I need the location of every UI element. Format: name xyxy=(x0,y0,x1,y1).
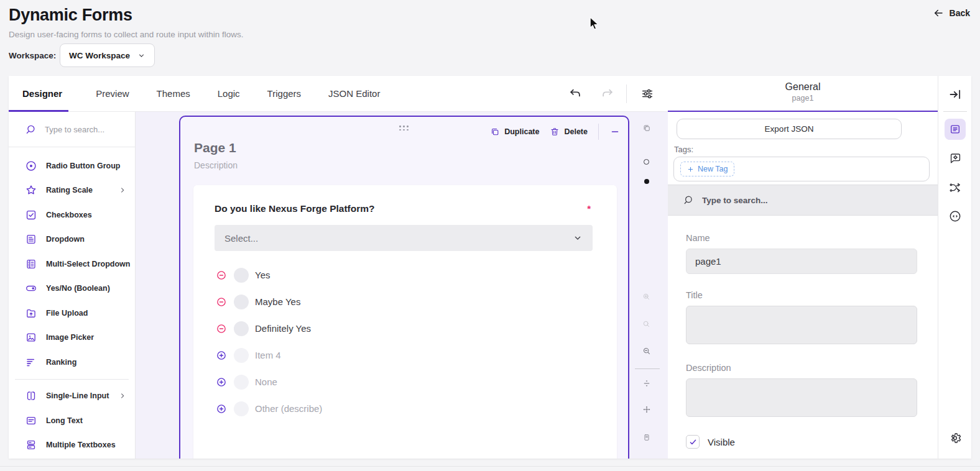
duplicate-button[interactable]: Duplicate xyxy=(490,127,539,137)
drag-handle-icon[interactable] xyxy=(399,126,409,130)
export-json-button[interactable]: Export JSON xyxy=(677,119,902,139)
toolbox-item-multiple-textboxes[interactable]: Multiple Textboxes xyxy=(9,433,135,458)
question-card[interactable]: Do you like Nexus Forge Platform? * Sele… xyxy=(193,185,617,459)
question-dropdown[interactable]: Select... xyxy=(215,225,593,251)
toolbox-item-checkboxes[interactable]: Checkboxes xyxy=(9,203,135,227)
add-choice-icon[interactable] xyxy=(216,403,227,414)
choice-label: Other (describe) xyxy=(255,403,322,414)
property-fields: NameTitleDescription xyxy=(686,216,917,436)
duplicate-label: Duplicate xyxy=(504,127,539,136)
page-toolbar-divider xyxy=(598,124,599,140)
page-heading[interactable]: Page 1 xyxy=(194,140,236,155)
choice-row-definitely-yes: Definitely Yes xyxy=(216,315,592,342)
tab-themes[interactable]: Themes xyxy=(157,76,190,112)
toolbox-search[interactable] xyxy=(9,112,135,147)
choice-label: None xyxy=(255,377,277,387)
field-title-textarea[interactable] xyxy=(686,306,917,344)
toolbox-item-multi-select-dropdown[interactable]: Multi-Select Dropdown xyxy=(9,252,135,277)
choice-label: Item 4 xyxy=(255,350,281,360)
dropdown-icon xyxy=(25,233,37,245)
toolbox-item-radio-button-group[interactable]: Radio Button Group xyxy=(9,153,135,178)
add-choice-icon[interactable] xyxy=(216,350,227,361)
toolbar-divider xyxy=(626,85,627,103)
page-mini-icon[interactable] xyxy=(642,433,651,442)
page-card[interactable]: Duplicate Delete Page 1 Description Do y… xyxy=(179,116,629,459)
toolbox-item-label: Dropdown xyxy=(46,235,85,244)
toolbox-item-single-line-input[interactable]: Single-Line Input xyxy=(9,384,135,409)
collapse-panel-icon[interactable] xyxy=(948,88,962,101)
property-search-input[interactable] xyxy=(702,196,826,205)
tags-container: New Tag xyxy=(673,157,930,181)
remove-choice-icon[interactable] xyxy=(216,296,227,308)
ranking-icon xyxy=(25,356,37,368)
toolbox-item-long-text[interactable]: Long Text xyxy=(9,408,135,433)
tab-logic[interactable]: Logic xyxy=(218,76,240,112)
radio-circle[interactable] xyxy=(234,348,249,363)
property-search[interactable] xyxy=(668,185,938,216)
workspace-select[interactable]: WC Workspace xyxy=(60,43,155,67)
check-icon xyxy=(688,437,698,447)
tags-label: Tags: xyxy=(674,145,693,154)
page-dot-icon[interactable] xyxy=(644,159,649,165)
field-title: Title xyxy=(686,290,917,347)
fit-height-icon[interactable] xyxy=(642,379,651,388)
radio-circle[interactable] xyxy=(234,401,249,416)
search-icon xyxy=(683,194,694,206)
toolbox-item-yes-no-boolean[interactable]: Yes/No (Boolean) xyxy=(9,277,135,301)
tab-triggers[interactable]: Triggers xyxy=(267,76,301,112)
page-description[interactable]: Description xyxy=(194,160,238,170)
choice-label: Maybe Yes xyxy=(255,296,300,307)
toolbox-search-input[interactable] xyxy=(45,125,126,134)
gear-icon[interactable] xyxy=(948,431,962,445)
choice-label: Yes xyxy=(255,270,270,280)
boolean-icon xyxy=(25,282,37,295)
zoom-in-icon[interactable] xyxy=(642,293,650,301)
toolbox-item-label: Single-Line Input xyxy=(46,391,109,400)
collapse-page-icon[interactable] xyxy=(609,126,621,137)
tab-json-editor[interactable]: JSON Editor xyxy=(328,76,380,112)
question-title[interactable]: Do you like Nexus Forge Platform? xyxy=(215,203,375,214)
logic-shuffle-icon[interactable] xyxy=(948,181,962,194)
choices-list: YesMaybe YesDefinitely YesItem 4NoneOthe… xyxy=(216,262,592,422)
page-dot-active-icon[interactable] xyxy=(644,179,649,184)
copy-page-icon[interactable] xyxy=(642,124,651,132)
new-tag-label: New Tag xyxy=(698,165,728,173)
zoom-out-icon[interactable] xyxy=(642,347,651,355)
field-description-textarea[interactable] xyxy=(686,378,917,417)
expand-icon[interactable] xyxy=(642,405,651,414)
field-label: Title xyxy=(686,290,917,300)
undo-icon[interactable] xyxy=(568,87,582,101)
toolbox-item-label: File Upload xyxy=(46,309,88,318)
add-choice-icon[interactable] xyxy=(216,377,227,388)
zoom-icon[interactable] xyxy=(642,320,650,328)
toolbox-item-label: Yes/No (Boolean) xyxy=(46,284,110,293)
tab-properties[interactable] xyxy=(945,119,966,140)
new-tag-button[interactable]: New Tag xyxy=(680,162,734,176)
settings-sliders-icon[interactable] xyxy=(640,87,654,101)
remove-choice-icon[interactable] xyxy=(216,270,227,281)
preview-toggle-icon[interactable] xyxy=(948,209,962,223)
dropdown-placeholder: Select... xyxy=(224,233,573,244)
remove-choice-icon[interactable] xyxy=(216,323,227,334)
back-button[interactable]: Back xyxy=(933,7,970,19)
property-panel: Export JSON Tags: New Tag NameTitleDescr… xyxy=(668,112,938,459)
question-settings-icon[interactable] xyxy=(948,152,962,165)
strip-divider xyxy=(943,111,967,112)
radio-circle[interactable] xyxy=(234,295,249,309)
radio-circle[interactable] xyxy=(234,321,249,336)
toolbox-item-image-picker[interactable]: Image Picker xyxy=(9,326,135,350)
delete-button[interactable]: Delete xyxy=(550,127,588,137)
radio-circle[interactable] xyxy=(234,268,249,283)
radio-circle[interactable] xyxy=(234,375,249,390)
tab-designer[interactable]: Designer xyxy=(9,76,68,112)
toolbox-item-rating-scale[interactable]: Rating Scale xyxy=(9,178,135,203)
tab-preview[interactable]: Preview xyxy=(96,76,129,112)
property-panel-header: General page1 xyxy=(668,76,938,112)
page-title: Dynamic Forms xyxy=(9,6,132,25)
toolbox-item-dropdown[interactable]: Dropdown xyxy=(9,227,135,252)
redo-icon xyxy=(601,87,614,101)
toolbox-item-ranking[interactable]: Ranking xyxy=(9,350,135,375)
field-name-input[interactable] xyxy=(686,249,917,274)
visible-checkbox[interactable] xyxy=(686,435,700,449)
toolbox-item-file-upload[interactable]: File Upload xyxy=(9,301,135,326)
